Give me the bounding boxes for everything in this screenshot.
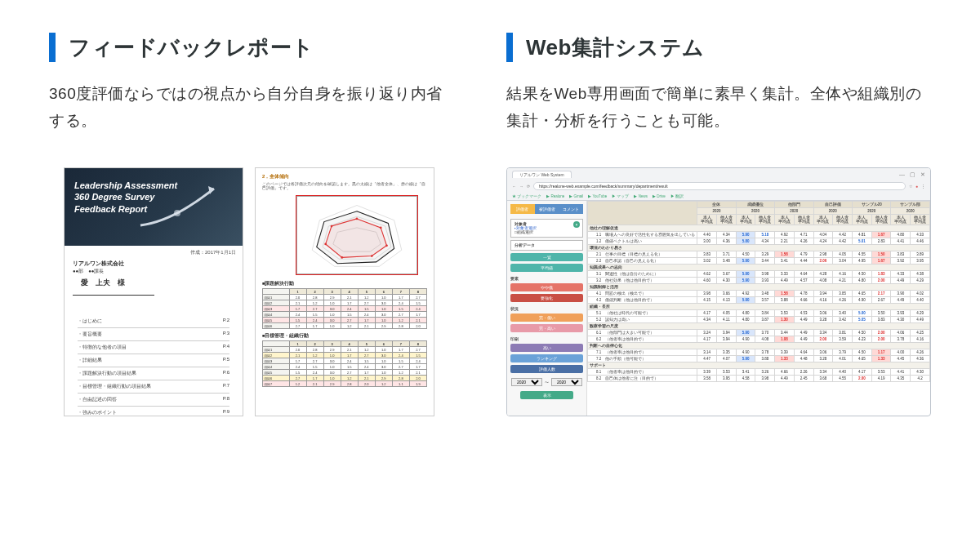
radar-chart xyxy=(296,196,417,274)
table-category-row: 判断への自律心化 xyxy=(588,342,930,349)
bookmark-item[interactable]: ▶ 翻訳 xyxy=(670,194,684,198)
heading-left: フィードバックレポート xyxy=(49,33,449,62)
cover-company: リアルワン株式会社 xyxy=(65,258,243,268)
bookmark-item[interactable]: ▶ YouTube xyxy=(588,194,607,198)
page2-note: このページでは各評価次元の傾向を確認します。黒の太線は「他者全体」、赤の線は「自… xyxy=(256,182,434,195)
heading-right: Web集計システム xyxy=(506,33,931,62)
cover-name: 愛 上夫 様 xyxy=(73,275,154,296)
table-category-row: 知識成果への志向 xyxy=(588,264,930,270)
page2-sec1: ■課題解決行動 xyxy=(256,279,434,287)
sidebar-h-print: 印刷 xyxy=(510,336,583,341)
desc-left: 360度評価ならではの視点から自分自身を振り返り内省する。 xyxy=(49,80,449,135)
table-row: 2.1 仕事の目標（目標の見える化）3.833.714.503.291.584.… xyxy=(588,251,930,257)
bookmark-item[interactable]: ★ ブックマーク xyxy=(512,194,541,198)
toc-row: 課題解決行動の項目結果P.6 xyxy=(78,367,229,380)
table-row: 7.2 他の手順（他可能で）4.474.075.903.881.334.483.… xyxy=(588,355,930,362)
year-from[interactable]: 2020 xyxy=(511,378,542,386)
apply-button[interactable]: 表示 xyxy=(520,391,573,399)
sidebar-h-status: 状況 xyxy=(510,306,583,311)
table-category-row: サポート xyxy=(588,362,930,368)
bookmark-item[interactable]: ▶ Drive xyxy=(653,194,666,198)
tilde-icon: 〜 xyxy=(545,380,549,385)
toc-row: 特徴的な他者の項目P.4 xyxy=(78,341,229,354)
table-row: 6.2 （他者率は他目的で）4.173.944.904.081.084.492.… xyxy=(588,336,930,342)
svg-point-0 xyxy=(174,210,180,216)
sidebar-btn-need[interactable]: 要強化 xyxy=(510,294,583,302)
svg-point-10 xyxy=(341,256,343,259)
browser-chrome: リアルワン Web System — ▢ ✕ ← → ⟳ https://rea… xyxy=(507,168,930,201)
sidebar-btn-count[interactable]: 評価人数 xyxy=(510,365,583,373)
browser-tab[interactable]: リアルワン Web System xyxy=(512,171,572,178)
minimize-icon[interactable]: — xyxy=(899,171,905,178)
browser-window: リアルワン Web System — ▢ ✕ ← → ⟳ https://rea… xyxy=(506,167,931,416)
toc-row: 要旨概要P.3 xyxy=(78,328,229,341)
svg-point-8 xyxy=(385,245,388,247)
page2-sec2: ■目標管理・組織行動 xyxy=(256,331,434,339)
address-bar[interactable]: https://realone-web.example.com/feedback… xyxy=(533,182,906,190)
table-row: 6.1 （他部門は大きい可能で）3.243.945.903.703.444.49… xyxy=(588,329,930,336)
toc-row: 自由記述の回答P.8 xyxy=(78,394,229,407)
svg-point-9 xyxy=(371,255,373,257)
sidebar-btn-high[interactable]: 高い xyxy=(510,344,583,352)
profile-icon[interactable]: ● xyxy=(915,184,918,189)
sidebar-btn-stlow[interactable]: 完・低い xyxy=(510,314,583,322)
mini-table-2: 12345678項目12.02.82.92.11.21.01.72.7項目22.… xyxy=(262,340,427,387)
year-to[interactable]: 2020 xyxy=(551,378,582,386)
table-category-row: 環境のわかり易さ xyxy=(588,244,930,251)
table-row: 4.1 問題の検出（検出で）3.983.664.923.481.584.783.… xyxy=(588,290,930,296)
feature-web-system: Web集計システム 結果をWeb専用画面で簡単に素早く集計。全体や組織別の集計・… xyxy=(506,33,931,416)
sidebar-btn-low[interactable]: やや低 xyxy=(510,283,583,291)
bookmark-item[interactable]: ▶ Gmail xyxy=(569,194,583,198)
svg-point-12 xyxy=(331,225,333,228)
svg-point-11 xyxy=(324,243,327,246)
nav-fwd-icon[interactable]: → xyxy=(519,184,523,189)
sidebar-box-analysis: 分析データ xyxy=(510,240,583,251)
sidebar-box-target: × 対象者 ▪対象者選択 □組織選択 xyxy=(510,219,583,238)
table-row: 1.2 価値ベクトルは高い3.004.365.804.342.214.264.2… xyxy=(588,238,930,244)
table-category-row: 組織・長所 xyxy=(588,303,930,309)
toc-row: 詳細結果P.5 xyxy=(78,354,229,367)
arrow-graphic-icon xyxy=(136,176,234,233)
table-row: 3.2 他社効果（他は他目的で）4.604.305.903.934.494.57… xyxy=(588,277,930,283)
nav-reload-icon[interactable]: ⟳ xyxy=(527,184,530,189)
svg-point-6 xyxy=(356,218,359,220)
cover-dept: ●●部 ●●課長 xyxy=(65,268,243,275)
table-row: 5.2 認知力は高い4.344.114.803.871.304.493.283.… xyxy=(588,316,930,322)
report-page-summary: 2．全体傾向 このページでは各評価次元の傾向を確認します。黒の太線は「他者全体」… xyxy=(255,167,434,416)
cover-hero: Leadership Assessment 360 Degree Survey … xyxy=(65,168,243,246)
cover-date: 作成：2017年1月1日 xyxy=(65,246,243,258)
sidebar-tab-3[interactable]: コメント xyxy=(559,204,583,214)
sidebar-btn-list[interactable]: 一覧 xyxy=(510,253,583,261)
table-category-row: 他社の理解促進 xyxy=(588,225,930,231)
table-row: 2.2 自己承認（自己の見える化）3.023.485.903.443.414.4… xyxy=(588,257,930,264)
main-table-area: 全体成績優位他部門自己評価サンプル20サンプル部2020202020202020… xyxy=(587,201,930,416)
sidebar-btn-sthi[interactable]: 完・高い xyxy=(510,324,583,332)
bookmark-item[interactable]: ▶ News xyxy=(634,194,648,198)
mini-table-1: 12345678項目12.02.82.92.11.21.01.72.7項目22.… xyxy=(262,288,427,329)
year-range: 2020 〜 2020 xyxy=(510,378,583,386)
table-row: 5.1 （他社は時代の可能で）4.174.054.803.843.534.533… xyxy=(588,309,930,316)
bookmark-item[interactable]: ▶ Realone xyxy=(546,194,564,198)
close-panel-icon[interactable]: × xyxy=(573,221,580,228)
sidebar-btn-rank[interactable]: ランキング xyxy=(510,354,583,362)
window-controls: — ▢ ✕ xyxy=(899,171,925,178)
maximize-icon[interactable]: ▢ xyxy=(910,171,915,178)
nav-back-icon[interactable]: ← xyxy=(512,184,516,189)
table-category-row: 知識制御と活用 xyxy=(588,283,930,290)
sidebar-tab-1[interactable]: 評価者 xyxy=(510,204,535,214)
sidebar-btn-avg[interactable]: 平均値 xyxy=(510,264,583,272)
toc-row: 強みのポイントP.9 xyxy=(78,407,229,416)
accent-bar-icon xyxy=(49,33,56,62)
table-row: 4.2 価値判断（他は他目的で）4.154.135.903.573.884.66… xyxy=(588,296,930,303)
sidebar-tab-2[interactable]: 被評価者 xyxy=(535,204,559,214)
star-icon[interactable]: ☆ xyxy=(909,184,912,189)
sidebar-box2-title: 分析データ xyxy=(514,243,579,247)
sidebar-opt-2[interactable]: □組織選択 xyxy=(514,230,579,234)
bookmark-item[interactable]: ▶ マップ xyxy=(612,194,629,198)
table-row: 8.1 （他者率は他目的で）3.393.533.413.264.662.263.… xyxy=(588,368,930,375)
desc-right: 結果をWeb専用画面で簡単に素早く集計。全体や組織別の集計・分析を行うことも可能… xyxy=(506,80,931,135)
title-left: フィードバックレポート xyxy=(69,33,314,62)
sidebar-h-elements: 要素 xyxy=(510,276,583,281)
menu-icon[interactable]: ⋮ xyxy=(921,184,925,189)
close-icon[interactable]: ✕ xyxy=(920,171,925,178)
